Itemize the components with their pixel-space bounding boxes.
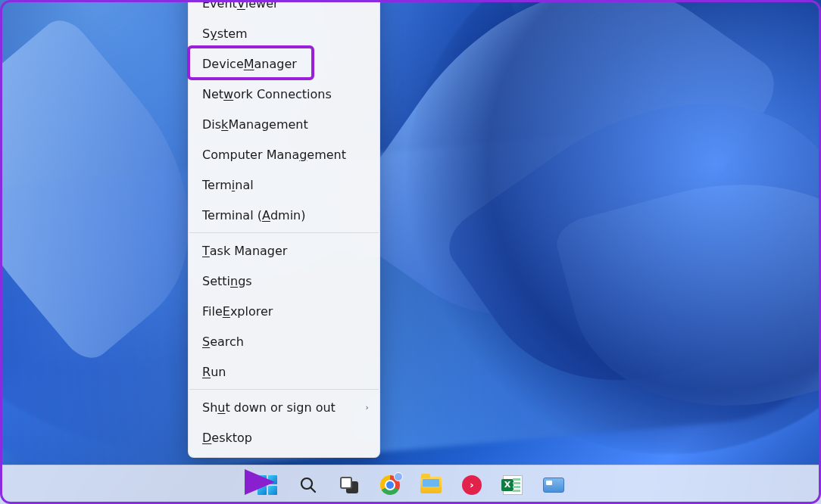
menu-settings[interactable]: Settings [189, 266, 379, 296]
menu-task-manager[interactable]: Task Manager [189, 235, 379, 266]
taskbar: › [0, 465, 821, 504]
excel-button[interactable] [501, 474, 524, 496]
menu-search[interactable]: Search [189, 326, 379, 356]
menu-event-viewer[interactable]: Event Viewer [189, 0, 379, 18]
menu-shutdown-signout[interactable]: Shut down or sign out› [189, 392, 379, 422]
red-app-icon: › [462, 475, 482, 495]
run-button[interactable] [542, 474, 565, 496]
desktop-wallpaper: Event ViewerSystemDevice ManagerNetwork … [0, 0, 821, 504]
task-view-button[interactable] [338, 474, 361, 496]
menu-run[interactable]: Run [189, 356, 379, 387]
running-indicator [388, 502, 392, 504]
file-explorer-button[interactable] [420, 474, 442, 496]
running-indicator [510, 502, 515, 504]
excel-icon [503, 475, 523, 495]
task-view-icon [340, 477, 358, 493]
start-button[interactable] [256, 474, 279, 496]
chevron-right-icon: › [366, 403, 369, 412]
menu-separator [189, 389, 379, 390]
menu-computer-management[interactable]: Computer Management [189, 139, 379, 170]
menu-terminal[interactable]: Terminal [189, 170, 379, 200]
menu-terminal-admin[interactable]: Terminal (Admin) [189, 200, 379, 230]
app-button[interactable]: › [460, 474, 483, 496]
folder-icon [420, 477, 442, 493]
chrome-icon [380, 475, 400, 495]
menu-device-manager[interactable]: Device Manager [189, 48, 379, 79]
menu-file-explorer[interactable]: File Explorer [189, 296, 379, 326]
running-indicator [429, 502, 433, 504]
winx-context-menu: Event ViewerSystemDevice ManagerNetwork … [188, 0, 380, 458]
run-icon [543, 478, 564, 493]
chrome-button[interactable] [379, 474, 401, 496]
search-icon [299, 476, 317, 494]
svg-line-1 [311, 487, 315, 492]
running-indicator [551, 502, 556, 504]
search-button[interactable] [297, 474, 320, 496]
start-icon [258, 475, 277, 495]
menu-disk-management[interactable]: Disk Management [189, 109, 379, 139]
menu-system[interactable]: System [189, 18, 379, 48]
running-indicator [470, 502, 474, 504]
menu-separator [189, 232, 379, 233]
menu-network-connections[interactable]: Network Connections [189, 79, 379, 109]
menu-desktop[interactable]: Desktop [189, 422, 379, 453]
